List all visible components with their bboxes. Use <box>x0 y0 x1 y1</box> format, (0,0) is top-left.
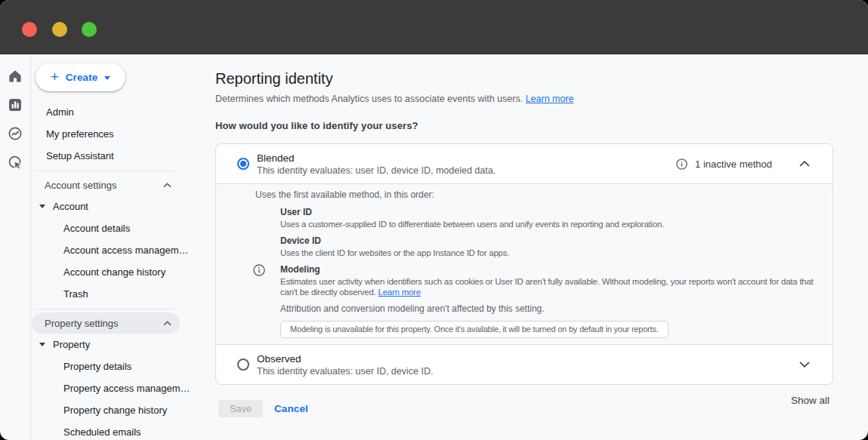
window-titlebar <box>0 0 868 54</box>
sidebar-item-account-details[interactable]: Account details <box>31 217 215 239</box>
modeling-unavailable-notice: Modeling is unavailable for this propert… <box>280 321 669 338</box>
explore-icon[interactable] <box>8 126 23 141</box>
sidebar-group-account[interactable]: Account <box>31 195 215 217</box>
modeling-desc: Estimates user activity when identifiers… <box>280 276 814 297</box>
section-property-settings[interactable]: Property settings <box>32 312 180 334</box>
info-icon <box>676 158 687 170</box>
inactive-method-label: 1 inactive method <box>695 158 772 170</box>
app-window: + Create Admin My preferences Setup Assi… <box>0 0 868 440</box>
section-account-settings[interactable]: Account settings <box>32 174 180 195</box>
advertising-icon[interactable] <box>8 155 23 171</box>
sidebar-item-property-change-history[interactable]: Property change history <box>31 399 215 421</box>
method-modeling: Modeling Estimates user activity when id… <box>253 264 823 297</box>
reporting-identity-card: Blended This identity evaluates: user ID… <box>215 143 833 385</box>
chevron-down-icon <box>104 76 110 80</box>
observed-radio[interactable] <box>237 358 249 371</box>
cancel-button[interactable]: Cancel <box>274 403 308 414</box>
create-button[interactable]: + Create <box>36 63 125 91</box>
sidebar-item-property-details[interactable]: Property details <box>31 355 215 377</box>
learn-more-link[interactable]: Learn more <box>526 94 574 104</box>
observed-desc: This identity evaluates: user ID, device… <box>257 366 780 377</box>
method-user-id: User ID Uses a customer-supplied ID to d… <box>253 207 823 229</box>
blended-radio[interactable] <box>237 158 249 170</box>
home-icon[interactable] <box>8 69 23 84</box>
plus-icon: + <box>51 69 59 84</box>
admin-sidebar: + Create Admin My preferences Setup Assi… <box>31 54 215 440</box>
option-observed[interactable]: Observed This identity evaluates: user I… <box>216 345 832 384</box>
blended-desc: This identity evaluates: user ID, device… <box>257 165 676 176</box>
sidebar-item-my-preferences[interactable]: My preferences <box>31 123 215 145</box>
divider <box>36 171 174 171</box>
reports-icon[interactable] <box>8 97 23 112</box>
blended-label: Blended <box>257 152 676 164</box>
main-content: Reporting identity Determines which meth… <box>215 54 868 440</box>
sidebar-item-setup-assistant[interactable]: Setup Assistant <box>31 145 215 167</box>
caret-down-icon <box>39 343 45 346</box>
save-button[interactable]: Save <box>218 400 263 417</box>
sidebar-item-admin[interactable]: Admin <box>31 101 215 123</box>
show-all-link[interactable]: Show all <box>791 395 829 406</box>
zoom-window-button[interactable] <box>82 22 97 37</box>
create-button-label: Create <box>66 72 98 83</box>
divider <box>36 309 174 309</box>
sidebar-item-property-access[interactable]: Property access managem… <box>31 377 215 399</box>
method-order-intro: Uses the first available method, in this… <box>253 189 823 201</box>
sidebar-item-scheduled-emails[interactable]: Scheduled emails <box>31 421 215 440</box>
blended-details: Uses the first available method, in this… <box>216 183 832 345</box>
observed-label: Observed <box>257 353 780 365</box>
attribution-note: Attribution and conversion modeling aren… <box>280 303 823 315</box>
option-blended[interactable]: Blended This identity evaluates: user ID… <box>216 144 832 183</box>
page-subtitle: Determines which methods Analytics uses … <box>215 94 833 104</box>
nav-rail <box>0 54 31 440</box>
page-title: Reporting identity <box>215 70 833 88</box>
identify-users-question: How would you like to identify your user… <box>215 120 833 131</box>
caret-down-icon <box>39 205 45 208</box>
collapse-icon[interactable] <box>799 161 810 167</box>
sidebar-item-account-change-history[interactable]: Account change history <box>31 261 215 283</box>
chevron-up-icon[interactable] <box>163 183 171 188</box>
sidebar-item-account-access[interactable]: Account access managem… <box>31 239 215 261</box>
info-icon <box>253 264 265 276</box>
sidebar-item-trash[interactable]: Trash <box>31 283 215 305</box>
method-device-id: Device ID Uses the client ID for website… <box>253 235 823 258</box>
close-window-button[interactable] <box>22 22 37 37</box>
modeling-learn-more-link[interactable]: Learn more <box>378 288 421 297</box>
sidebar-group-property[interactable]: Property <box>31 334 215 355</box>
chevron-up-icon[interactable] <box>163 321 171 326</box>
minimize-window-button[interactable] <box>52 22 67 37</box>
expand-icon[interactable] <box>799 362 810 368</box>
